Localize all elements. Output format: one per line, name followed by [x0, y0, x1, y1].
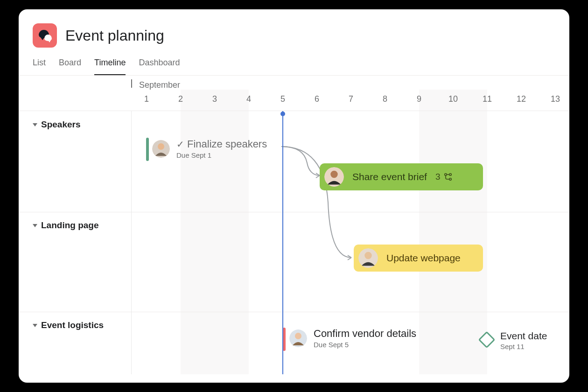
task-title: Share event brief	[352, 171, 427, 182]
speech-bubble-light-icon	[44, 35, 52, 41]
date-header: 8	[383, 94, 387, 104]
date-header: 13	[551, 94, 560, 104]
date-header: 5	[280, 94, 285, 104]
check-icon: ✓	[176, 139, 184, 149]
gridline	[131, 111, 132, 374]
milestone-event-date[interactable]: Event date Sept 11	[500, 330, 547, 350]
date-header: 12	[517, 94, 526, 104]
svg-point-6	[449, 178, 451, 180]
date-header: 11	[483, 94, 492, 104]
task-update-webpage[interactable]: Update webpage	[354, 245, 483, 272]
view-tabs: List Board Timeline Dashboard	[19, 48, 569, 76]
task-subtitle: Due Sept 5	[314, 341, 416, 349]
milestone-subtitle: Sept 11	[500, 343, 547, 350]
project-icon	[33, 23, 57, 48]
task-title: Update webpage	[386, 252, 461, 264]
tab-timeline[interactable]: Timeline	[94, 58, 126, 75]
section-label: Landing page	[41, 220, 99, 231]
date-header: 10	[448, 94, 458, 104]
assignee-avatar[interactable]	[152, 140, 170, 158]
tab-dashboard[interactable]: Dashboard	[139, 58, 180, 75]
month-label: September	[139, 80, 180, 90]
svg-point-5	[449, 174, 451, 175]
svg-point-1	[158, 143, 164, 150]
date-header: 9	[417, 94, 421, 104]
timeline-view[interactable]: September 1 2 3 4 5 6 7 8 9 10 11 12 13 …	[19, 76, 569, 374]
caret-down-icon	[33, 123, 37, 126]
section-landing-page[interactable]: Landing page	[33, 220, 99, 231]
divider	[19, 312, 569, 312]
svg-point-10	[295, 333, 301, 339]
svg-point-8	[364, 252, 371, 259]
today-indicator-dot	[280, 112, 285, 116]
divider	[19, 111, 569, 111]
section-speakers[interactable]: Speakers	[33, 119, 81, 130]
task-title: Confirm vendor details	[314, 328, 416, 340]
weekend-shade	[181, 90, 249, 374]
caret-down-icon	[33, 224, 37, 227]
month-tick	[131, 79, 132, 88]
weekend-shade	[419, 90, 487, 374]
assignee-avatar[interactable]	[289, 329, 307, 347]
section-label: Event logistics	[41, 320, 104, 330]
date-header: 1	[144, 94, 149, 104]
section-label: Speakers	[41, 119, 81, 130]
task-status-pill	[146, 138, 149, 161]
assignee-avatar[interactable]	[358, 248, 378, 268]
date-header: 7	[349, 94, 353, 104]
subtask-count[interactable]: 3	[435, 172, 453, 182]
tab-board[interactable]: Board	[59, 58, 81, 75]
task-share-event-brief[interactable]: Share event brief 3	[320, 163, 483, 190]
date-header: 4	[246, 94, 251, 104]
assignee-avatar[interactable]	[324, 167, 344, 187]
svg-point-4	[444, 174, 446, 175]
date-axis: 1 2 3 4 5 6 7 8 9 10 11 12 13	[19, 94, 569, 108]
header: Event planning	[19, 9, 569, 48]
date-header: 6	[315, 94, 319, 104]
date-header: 3	[212, 94, 217, 104]
task-finalize-speakers[interactable]: ✓Finalize speakers Due Sept 1	[152, 138, 267, 159]
tab-list[interactable]: List	[33, 58, 46, 75]
task-subtitle: Due Sept 1	[176, 151, 267, 159]
date-header: 2	[178, 94, 183, 104]
project-title: Event planning	[65, 27, 164, 44]
task-confirm-vendor-details[interactable]: Confirm vendor details Due Sept 5	[289, 328, 416, 349]
task-title: ✓Finalize speakers	[176, 138, 267, 150]
today-indicator-line	[282, 111, 283, 374]
caret-down-icon	[33, 324, 37, 327]
section-event-logistics[interactable]: Event logistics	[33, 320, 104, 330]
subtask-icon	[443, 172, 453, 182]
app-window: Event planning List Board Timeline Dashb…	[19, 9, 569, 383]
svg-point-3	[330, 171, 337, 178]
milestone-title: Event date	[500, 330, 547, 342]
